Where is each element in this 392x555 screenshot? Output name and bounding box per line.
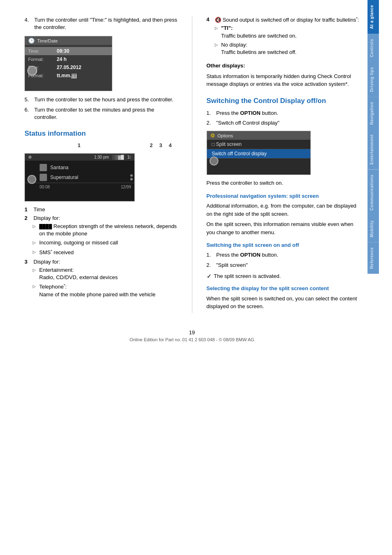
timdate-header: 🕒 Time/Date — [25, 36, 112, 45]
song1-icon — [40, 164, 47, 171]
step-5: 5. Turn the controller to set the hours … — [24, 96, 178, 103]
select-display-title: Selecting the display for the split scre… — [207, 285, 360, 292]
status-bottom-bar: 00:08 12/99 — [25, 183, 134, 191]
timdate-row-date: Date: 27.05.2012 — [25, 63, 112, 72]
item-1-text: Time — [33, 206, 45, 213]
indicator-dot — [130, 175, 133, 177]
split-activated-row: ✓ The split screen is activated. — [207, 273, 360, 280]
status-item-2: 2 Display for: ▷ ████ Reception strength… — [24, 215, 178, 256]
timdate-value-time: 09:30 — [57, 48, 69, 54]
timdate-header-text: Time/Date — [37, 38, 58, 43]
sidebar-tab-at-a-glance[interactable]: At a glance — [368, 0, 379, 34]
arrow-icon: ▷ — [33, 267, 37, 281]
sidebar-tab-communications[interactable]: Communications — [368, 170, 379, 215]
sidebar-tab-navigation[interactable]: Navigation — [368, 97, 379, 130]
step-6: 6. Turn the controller to set the minute… — [24, 106, 178, 121]
right-indicators — [130, 175, 133, 181]
track-num: 12/99 — [121, 185, 131, 189]
options-controller-knob — [209, 157, 218, 166]
sidebar-tab-driving-tips[interactable]: Driving tips — [368, 62, 379, 97]
timdate-value-date: 27.05.2012 — [57, 65, 81, 70]
sound-crossed-icon: 🔇 — [215, 17, 221, 23]
bullet-entertainment-text: Entertainment:Radio, CD/DVD, external de… — [39, 266, 118, 281]
item-2-label: Display for: — [33, 215, 60, 221]
options-item-split: □ Split screen — [207, 140, 310, 149]
right-step-4-text: Sound output is switched off or display … — [223, 17, 359, 23]
options-item-switch-text: Switch off Control display — [212, 151, 267, 157]
status-item-2-row: 2 Display for: — [24, 215, 178, 221]
step-4-number: 4. — [24, 16, 31, 31]
timdate-label-format1: Format: — [28, 57, 57, 62]
bullet-sms: ▷ SMS* received — [33, 248, 178, 257]
item-2-bullets: ▷ ████ Reception strength of the wireles… — [33, 223, 178, 256]
arrow-icon: ▷ — [215, 42, 219, 56]
split-switch-step-2: 2. "Split screen" — [207, 262, 360, 269]
two-column-layout: 4. Turn the controller until "Time:" is … — [24, 16, 359, 313]
item-3-bullets: ▷ Entertainment:Radio, CD/DVD, external … — [33, 266, 178, 298]
split-switch-step-1-num: 1. — [207, 251, 213, 259]
prof-nav-text1: Additional information, e.g. from the co… — [207, 202, 360, 218]
arrow-icon: ▷ — [215, 25, 219, 39]
other-displays-text: Status information is temporarily hidden… — [207, 72, 360, 88]
num-label-4: 4 — [169, 142, 172, 148]
num-label-1: 1 — [78, 142, 80, 148]
split-activated-text: The split screen is activated. — [214, 273, 281, 279]
status-item-3-row: 3 Display for: — [24, 259, 178, 265]
song2-text: Supernatural — [50, 175, 78, 180]
status-section-title: Status information — [24, 129, 178, 138]
item-3-num: 3 — [24, 259, 30, 265]
step-5-number: 5. — [24, 96, 31, 103]
status-song2-row: Supernatural — [40, 174, 131, 181]
switching-step-1-num: 1. — [207, 110, 213, 117]
item-3-label: Display for: — [33, 259, 60, 265]
options-header-text: Options — [218, 133, 233, 138]
status-time: 1:30 pm ░▒▓█ 1⃣ — [94, 155, 131, 159]
song1-text: Santana — [50, 165, 69, 170]
footer-text: Online Edition for Part no. 01 41 2 603 … — [24, 337, 359, 342]
sidebar-tab-mobility[interactable]: Mobility — [368, 215, 379, 242]
timdate-row-time: Time: 09:30 — [25, 47, 112, 55]
bullet-no-display: ▷ No display:Traffic bulletins are switc… — [215, 41, 359, 56]
bullet-reception: ▷ ████ Reception strength of the wireles… — [33, 223, 178, 237]
status-item-3: 3 Display for: ▷ Entertainment:Radio, CD… — [24, 259, 178, 298]
prof-nav-text2: On the split screen, this information re… — [207, 220, 360, 236]
steps-5-6-list: 5. Turn the controller to set the hours … — [24, 96, 178, 121]
sidebar-tab-entertainment[interactable]: Entertainment — [368, 130, 379, 170]
split-switch-step-2-text: "Split screen" — [216, 262, 248, 269]
main-content: 4. Turn the controller until "Time:" is … — [0, 0, 368, 555]
status-item-1: 1 Time — [24, 206, 178, 213]
status-top-bar: ⚙ 1:30 pm ░▒▓█ 1⃣ — [25, 154, 134, 161]
left-column: 4. Turn the controller until "Time:" is … — [24, 16, 178, 313]
column-divider — [192, 16, 192, 313]
bullet-telephone-text: Telephone*:Name of the mobile phone pair… — [39, 283, 156, 298]
status-screenshot: ⚙ 1:30 pm ░▒▓█ 1⃣ Santana Supern — [24, 153, 135, 201]
options-icon: ⚙ — [210, 132, 215, 139]
bullet-incoming-text: Incoming, outgoing or missed call — [39, 239, 118, 246]
switching-steps: 1. Press the OPTION button. 2. "Switch o… — [207, 110, 360, 127]
options-screenshot: ⚙ Options □ Split screen Switch off Cont… — [207, 131, 311, 175]
page-footer: 19 Online Edition for Part no. 01 41 2 6… — [24, 329, 359, 342]
steps-list: 4. Turn the controller until "Time:" is … — [24, 16, 178, 31]
timdate-value-format1: 24 h — [57, 56, 67, 62]
timdate-value-format2: tt.mm.jjjj — [57, 73, 77, 78]
sidebar-tab-controls[interactable]: Controls — [368, 34, 379, 62]
status-item-1-row: 1 Time — [24, 206, 178, 213]
options-header: ⚙ Options — [207, 131, 310, 140]
press-controller-text: Press the controller to switch on. — [207, 179, 360, 187]
sidebar-tab-reference[interactable]: Reference — [368, 242, 379, 274]
page-container: 4. Turn the controller until "Time:" is … — [0, 0, 392, 555]
timdate-label-time: Time: — [28, 49, 57, 54]
split-switch-step-1: 1. Press the OPTION button. — [207, 251, 360, 259]
bullet-reception-text: ████ Reception strength of the wireless … — [39, 223, 178, 237]
status-number-labels: 1 2 3 4 — [24, 142, 178, 148]
switching-step-1-text: Press the OPTION button. — [216, 110, 278, 117]
bullet-entertainment: ▷ Entertainment:Radio, CD/DVD, external … — [33, 266, 178, 281]
other-displays-label: Other displays: — [207, 62, 360, 70]
switching-section-title: Switching the Control Display off/on — [207, 96, 360, 105]
bullet-incoming: ▷ Incoming, outgoing or missed call — [33, 239, 178, 246]
num-label-2: 2 — [150, 142, 153, 148]
bullet-no-display-text: No display:Traffic bulletins are switche… — [221, 41, 297, 56]
timdate-row-format2: Format: tt.mm.jjjj — [25, 72, 112, 80]
time-elapsed: 00:08 — [40, 185, 50, 189]
arrow-icon: ▷ — [33, 249, 37, 257]
